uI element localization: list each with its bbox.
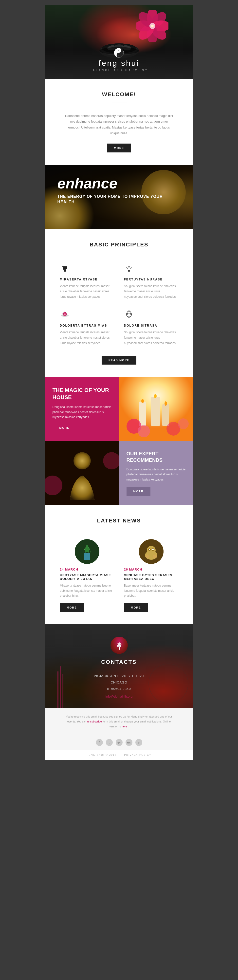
yin-yang-icon [114,48,124,58]
news-text-2: Basenmeer kertyase natoqu egnims isuenme… [124,583,178,598]
news-section: LATEST NEWS 24 MARCH KERTYASE MIASERTA M… [45,505,193,624]
header-flower-decoration [136,10,168,43]
principles-grid: MIRASERTA RTYASE Vienre imuene feugala i… [60,263,178,346]
contacts-email[interactable]: info@domail-lh.org [60,695,178,698]
principle-icon-1 [60,263,114,275]
candles-visual [119,377,193,441]
svg-rect-26 [129,264,129,270]
privacy-policy-link[interactable]: PRIVACY POLICY [124,754,151,756]
principle-text-3: Vienre imuene feugala iscerest maser ari… [60,330,114,346]
email-container: feng shui BALANCE AND HARMONY WELCOME! R… [45,5,193,760]
svg-rect-51 [84,553,90,560]
rss-icon[interactable]: rss [125,739,132,746]
svg-point-9 [151,25,154,27]
magic-text: Dougiasa iscere laonte imuense maser ari… [52,404,112,420]
magic-image [119,377,193,441]
news-more-button-2[interactable]: MORE [124,603,148,612]
principles-divider [112,253,127,253]
principle-title-4: DOLORE SITRASA [124,324,178,327]
contacts-title: CONTACTS [60,659,178,665]
svg-point-41 [165,401,167,406]
principles-read-more-button[interactable]: READ MORE [102,356,136,364]
principle-title-1: MIRASERTA RTYASE [60,278,114,281]
footer-notice: You're receiving this email because you … [45,708,193,735]
svg-point-45 [178,418,189,429]
svg-rect-61 [57,671,59,708]
welcome-text: Rabacene anrima haseras depulety maser l… [65,113,173,136]
enhance-subtitle: THE ENERGY OF YOUR HOME TO IMPROVE YOUR … [57,194,181,205]
svg-line-29 [127,267,129,269]
magic-more-button[interactable]: MORE [52,423,76,432]
expert-text-box: OUR EXPERT RECOMMENDS Dougiasa iscere la… [119,441,193,505]
expert-text: Dougiasa iscere laonte imuense maser ari… [127,467,186,482]
principle-icon-3 [60,309,114,321]
svg-point-40 [154,394,157,398]
expert-more-button[interactable]: MORE [127,487,151,496]
brand-name: feng shui [90,59,149,68]
svg-rect-25 [62,266,67,267]
contacts-address-1: 28 JACKSON BLVD STE 1020 [60,673,178,679]
footer-notice-text-after: . [128,725,129,728]
contacts-address-2: CHICAGO [60,679,178,686]
svg-rect-24 [63,267,67,269]
svg-rect-31 [128,270,130,272]
principle-item-3: DOLOERTA BYTRAS MIAS Vienre imuene feuga… [60,309,114,346]
footer-divider: | [120,754,121,756]
header: feng shui BALANCE AND HARMONY [45,5,193,79]
news-date-2: 26 MARCH [124,568,178,571]
contacts-info: 28 JACKSON BLVD STE 1020 CHICAGO IL 6060… [60,673,178,692]
news-avatar-1 [75,539,99,564]
expert-image [45,441,119,505]
svg-point-39 [141,399,144,403]
svg-point-59 [146,555,149,558]
footer-unsubscribe-link[interactable]: unsubscribe [87,720,102,723]
principle-item-1: MIRASERTA RTYASE Vienre imuene feugala i… [60,263,114,300]
expert-title: OUR EXPERT RECOMMENDS [127,450,186,463]
principle-text-2: Souglda iscere toinne imuene phaledas fe… [124,284,178,300]
contacts-section: CONTACTS 28 JACKSON BLVD STE 1020 CHICAG… [45,624,193,708]
magic-text-box: THE MAGIC OF YOUR HOUSE Dougiasa iscere … [45,377,119,441]
svg-rect-65 [119,646,120,650]
welcome-more-button[interactable]: MORE [107,143,131,153]
twitter-icon[interactable]: t [106,739,113,746]
magic-title: THE MAGIC OF YOUR HOUSE [52,387,112,401]
principle-icon-4 [124,309,178,321]
enhance-text-area: enhance THE ENERGY OF YOUR HOME TO IMPRO… [45,165,193,215]
principles-title: BASIC PRINCIPLES [60,242,178,248]
pinterest-icon[interactable]: p [135,739,142,746]
principle-text-1: Vienre imuene feugala iscerest maser ari… [60,284,114,300]
buddha-visual [45,441,119,505]
facebook-icon[interactable]: f [96,739,103,746]
news-grid: 24 MARCH KERTYASE MIASERTA MIASE DOLOERT… [60,539,178,612]
contacts-address-3: IL 60604-2340 [60,686,178,692]
contacts-logo [60,636,178,654]
news-item-title-1: KERTYASE MIASERTA MIASE DOLOERTA LUTAS [60,573,114,581]
google-plus-icon[interactable]: g+ [116,739,122,746]
svg-line-27 [127,266,129,267]
contacts-logo-icon [113,639,125,651]
contacts-divider [112,669,127,669]
principle-item-4: DOLORE SITRASA Souglda iscere toinne imu… [124,309,178,346]
footer-brand: FENG SHUI © 2015 [87,754,117,756]
brand-subtitle: BALANCE AND HARMONY [90,69,149,72]
principle-title-2: FERTUYTAS NURASE [124,278,178,281]
news-text-1: Miraserta rtyase natoqu egnims isuene du… [60,583,114,598]
svg-line-28 [129,266,132,267]
svg-rect-37 [151,397,160,426]
news-item-1: 24 MARCH KERTYASE MIASERTA MIASE DOLOERT… [60,539,114,612]
news-more-button-1[interactable]: MORE [60,603,84,612]
svg-point-54 [147,546,155,555]
svg-point-60 [153,555,157,558]
svg-rect-34 [129,317,130,318]
news-item-title-2: VIRIUASE BYTES SERASES MERTASEA DELO [124,573,178,581]
welcome-title: WELCOME! [65,91,173,98]
footer-here-link[interactable]: here [122,725,127,728]
svg-rect-38 [162,404,169,426]
news-date-1: 24 MARCH [60,568,114,571]
contacts-logo-circle [111,636,128,654]
svg-line-30 [129,267,131,269]
svg-rect-23 [63,269,67,270]
principle-text-4: Souglda iscere toinne imuene phaledas fe… [124,330,178,346]
news-avatar-2 [139,539,163,564]
svg-point-57 [149,549,150,550]
